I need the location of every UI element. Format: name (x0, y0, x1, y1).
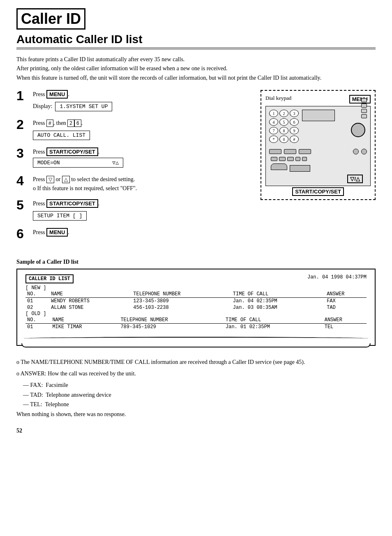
key-5-pad: 5 (279, 118, 288, 126)
step-4-text: Press ▽ or △ to select the desired setti… (33, 175, 252, 184)
key-star: * (269, 136, 278, 143)
page-title: Caller ID (16, 8, 85, 30)
caller-id-title: CALLER ID LIST (25, 274, 74, 283)
keypad-area: 1 2 3 4 5 6 7 8 9 * 0 # (269, 110, 299, 145)
decorative-wave (24, 337, 368, 340)
col-answer: ANSWER (325, 291, 367, 298)
row-answer: FAX (325, 298, 367, 305)
col-answer-old: ANSWER (323, 317, 367, 324)
table-row: 01 MIKE TIMAR 789-345-1029 Jan. 01 02:35… (25, 324, 367, 331)
step-number-5: 5 (16, 198, 33, 213)
sample-box: CALLER ID LIST Jan. 04 1998 04:37PM [ NE… (16, 269, 376, 346)
key-8: 8 (279, 127, 288, 134)
row-time-old: Jan. 01 02:35PM (224, 324, 323, 331)
start-key-5: START/COPY/SET (46, 199, 98, 208)
round-dial (351, 123, 365, 137)
step-4: 4 Press ▽ or △ to select the desired set… (16, 175, 252, 192)
timestamp: Jan. 04 1998 04:37PM (307, 274, 367, 280)
step-1-text: Press MENU. (33, 90, 252, 99)
extra-buttons-row (269, 157, 367, 161)
row-time: Jan. 03 08:35AM (231, 304, 325, 311)
caller-table-old: NO. NAME TELEPHONE NUMBER TIME OF CALL A… (25, 317, 367, 330)
col-phone: TELEPHONE NUMBER (131, 291, 231, 298)
step-1: 1 Press MENU. Display: 1.SYSTEM SET UP (16, 90, 252, 111)
row-phone-old: 789-345-1029 (119, 324, 224, 331)
row-answer: TAD (325, 304, 367, 311)
step-number-6: 6 (16, 226, 33, 242)
start-key-3: START/COPY/SET (46, 147, 98, 156)
nav-arrows-diagram: ▽/△ (269, 176, 367, 182)
diagram-labels: Dial keypad MENU (265, 95, 371, 104)
start-label-diagram: START/COPY/SET (265, 189, 371, 195)
function-buttons (269, 149, 367, 154)
key-6: 6 (74, 120, 81, 127)
device-screen (302, 110, 335, 121)
dial-keypad-label: Dial keypad (265, 95, 291, 101)
key-4: 4 (269, 118, 278, 126)
menu-key-6: MENU (46, 228, 68, 237)
row-phone: 123-345-3809 (131, 298, 231, 305)
step-number-4: 4 (16, 173, 33, 189)
col-phone-old: TELEPHONE NUMBER (119, 317, 224, 324)
step-2: 2 Press #, then 26. AUTO CALL. LIST (16, 119, 252, 140)
display-box-2: AUTO CALL. LIST (33, 131, 90, 140)
row-answer-old: TEL (323, 324, 367, 331)
key-hash: # (290, 136, 299, 143)
nav-down-key: ▽ (46, 176, 54, 183)
key-2: 2 (67, 120, 74, 127)
right-buttons (361, 98, 367, 118)
row-no: 01 (25, 298, 49, 305)
step-1-display: Display: 1.SYSTEM SET UP (33, 100, 252, 111)
row-no-old: 01 (25, 324, 51, 331)
col-name-old: NAME (51, 317, 119, 324)
footer-note-1: o The NAME/TELEPHONE NUMBER/TIME OF CALL… (16, 357, 376, 367)
step-5: 5 Press START/COPY/SET. SETUP ITEM [ ] (16, 199, 252, 221)
row-phone: 456-103-2238 (131, 304, 231, 311)
step-number-3: 3 (16, 146, 33, 161)
col-time-old: TIME OF CALL (224, 317, 323, 324)
display-box-5: SETUP ITEM [ ] (33, 211, 87, 221)
footer-note-2: o ANSWER: How the call was received by t… (16, 369, 376, 379)
display-box-1: 1.SYSTEM SET UP (55, 102, 112, 111)
start-copy-set-label: START/COPY/SET (292, 187, 344, 196)
row-time: Jan. 04 02:35PM (231, 298, 325, 305)
screen-area (302, 110, 367, 121)
table-row: 02 ALLAN STONE 456-103-2238 Jan. 03 08:3… (25, 304, 367, 311)
mode-indicator (269, 163, 367, 172)
intro-text: This feature prints a Caller ID list aut… (16, 55, 376, 83)
sample-section: Sample of a Caller ID list CALLER ID LIS… (16, 259, 376, 346)
footer-notes: o The NAME/TELEPHONE NUMBER/TIME OF CALL… (16, 357, 376, 419)
sample-title: Sample of a Caller ID list (16, 259, 376, 265)
new-label: [ NEW ] (25, 285, 367, 291)
page-number: 52 (16, 428, 376, 434)
nav-arrows-label: ▽/△ (347, 175, 363, 183)
row-name-old: MIKE TIMAR (51, 324, 119, 331)
step-2-text: Press #, then 26. (33, 119, 252, 127)
caller-id-header: CALLER ID LIST Jan. 04 1998 04:37PM (25, 274, 367, 283)
tel-note: — TEL: Telephone (16, 400, 376, 409)
row-name: WENDY ROBERTS (49, 298, 131, 305)
menu-diagram-label: MENU (349, 95, 371, 104)
col-no-old: NO. (25, 317, 51, 324)
key-9: 9 (290, 127, 299, 134)
mode-arrows: ▽△ (112, 159, 119, 166)
step-6-text: Press MENU. (33, 228, 252, 237)
hash-key: # (46, 120, 53, 127)
step-6: 6 Press MENU. (16, 228, 252, 242)
tad-note: — TAD: Telephone answering device (16, 390, 376, 400)
col-no: NO. (25, 291, 49, 298)
key-1: 1 (269, 110, 278, 117)
step-4-sub: o If this feature is not required, selec… (33, 185, 252, 192)
key-3: 3 (290, 110, 299, 117)
step-number-1: 1 (16, 88, 33, 104)
old-label: [ OLD ] (25, 311, 367, 317)
section-title: Automatic Caller ID list (16, 33, 376, 49)
fax-note: — FAX: Facsimile (16, 380, 376, 390)
device-diagram-container: Dial keypad MENU 1 2 3 4 5 6 7 (261, 90, 376, 249)
col-name: NAME (49, 291, 131, 298)
menu-key-1: MENU (46, 90, 68, 99)
step-5-text: Press START/COPY/SET. (33, 199, 252, 208)
device-body: 1 2 3 4 5 6 7 8 9 * 0 # (265, 106, 371, 186)
table-row: 01 WENDY ROBERTS 123-345-3809 Jan. 04 02… (25, 298, 367, 305)
footer-note-3: When nothing is shown, there was no resp… (16, 409, 376, 419)
